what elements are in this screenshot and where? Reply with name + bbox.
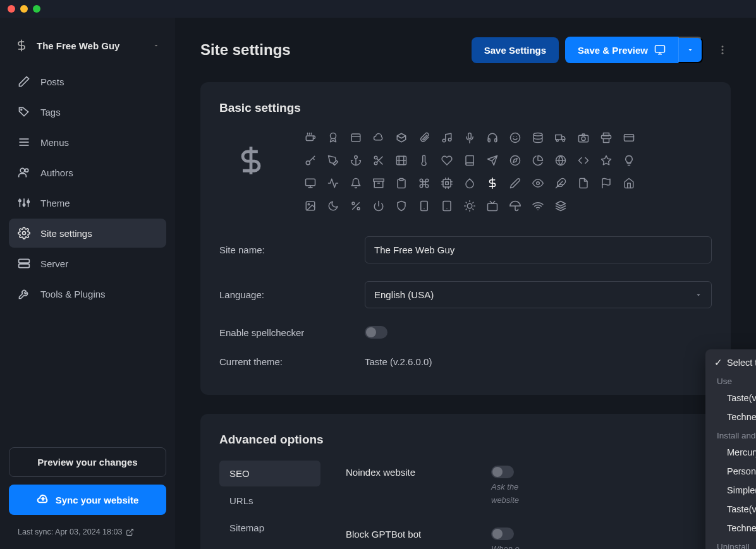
tab-sitemap[interactable]: Sitemap: [219, 515, 320, 541]
sync-website-button[interactable]: Sync your website: [9, 485, 166, 515]
monitor-icon[interactable]: [302, 174, 319, 192]
paperclip-icon[interactable]: [415, 129, 433, 147]
feather-icon[interactable]: [552, 174, 570, 192]
maximize-window-button[interactable]: [33, 5, 40, 13]
gptbot-toggle[interactable]: [491, 528, 514, 540]
nav-tools[interactable]: Tools & Plugins: [9, 279, 166, 308]
smile-icon[interactable]: [506, 129, 524, 147]
badge-icon[interactable]: [324, 129, 342, 147]
database-icon[interactable]: [529, 129, 547, 147]
theme-option-install-persona[interactable]: Persona_Free(v.1.1.0.0): [705, 462, 756, 481]
edit-icon[interactable]: [506, 174, 524, 192]
box-icon[interactable]: [393, 129, 410, 147]
eye-icon[interactable]: [529, 174, 547, 192]
wifi-icon[interactable]: [529, 197, 547, 215]
theme-option-install-technews[interactable]: Technews(v.2.5.2.0): [705, 519, 756, 538]
book-icon[interactable]: [461, 152, 479, 169]
sidebar: The Free Web Guy Posts Tags Menus Author…: [0, 18, 175, 549]
theme-option-use-taste[interactable]: Taste(v.2.6.0.0): [705, 389, 756, 407]
activity-icon[interactable]: [324, 174, 342, 192]
bulb-icon[interactable]: [620, 152, 638, 169]
compass-icon[interactable]: [506, 152, 524, 169]
image-icon[interactable]: [302, 197, 319, 215]
nav-tags[interactable]: Tags: [9, 97, 166, 126]
close-window-button[interactable]: [8, 5, 15, 13]
pie-icon[interactable]: [529, 152, 547, 169]
preview-changes-button[interactable]: Preview your changes: [9, 447, 166, 477]
clipboard-icon[interactable]: [393, 174, 410, 192]
key-icon[interactable]: [302, 152, 319, 169]
window-icon[interactable]: [347, 129, 365, 147]
sun-icon[interactable]: [461, 197, 479, 215]
nav-server[interactable]: Server: [9, 249, 166, 278]
tablet-icon[interactable]: [438, 197, 456, 215]
nav-site-settings[interactable]: Site settings: [9, 219, 166, 248]
star-icon[interactable]: [597, 152, 615, 169]
film-icon[interactable]: [393, 152, 410, 169]
theme-option-install-simple[interactable]: Simple(v.2.8.3.0): [705, 481, 756, 500]
svg-line-104: [466, 209, 466, 210]
noindex-hint: Ask the: [491, 482, 518, 492]
language-select[interactable]: English (USA): [365, 281, 712, 308]
code-icon[interactable]: [575, 152, 592, 169]
send-icon[interactable]: [484, 152, 501, 169]
thermo-icon[interactable]: [415, 152, 433, 169]
chip-icon[interactable]: [438, 174, 456, 192]
mic-icon[interactable]: [461, 129, 479, 147]
tv-icon[interactable]: [484, 197, 501, 215]
save-settings-button[interactable]: Save Settings: [472, 37, 559, 63]
site-selector[interactable]: The Free Web Guy: [0, 30, 175, 67]
archive-icon[interactable]: [370, 174, 387, 192]
nav-menus[interactable]: Menus: [9, 128, 166, 157]
dollar-icon[interactable]: [484, 174, 501, 192]
home-icon[interactable]: [620, 174, 638, 192]
save-preview-dropdown-trigger[interactable]: [678, 37, 703, 63]
minimize-window-button[interactable]: [20, 5, 28, 13]
more-options-button[interactable]: [714, 42, 731, 58]
svg-point-83: [537, 182, 540, 185]
anchor-icon[interactable]: [347, 152, 365, 169]
printer-icon[interactable]: [597, 129, 615, 147]
coffee-icon[interactable]: [302, 129, 319, 147]
external-link-icon[interactable]: [126, 528, 134, 536]
music-icon[interactable]: [438, 129, 456, 147]
svg-point-61: [511, 156, 520, 166]
nav-authors[interactable]: Authors: [9, 158, 166, 187]
scissors-icon[interactable]: [370, 152, 387, 169]
camera-icon[interactable]: [575, 129, 592, 147]
nav-posts[interactable]: Posts: [9, 67, 166, 96]
nav-label: Tags: [40, 107, 61, 118]
tab-seo[interactable]: SEO: [219, 461, 320, 486]
theme-option-install-taste[interactable]: Taste(v.2.6.0.0): [705, 500, 756, 519]
dropdown-header[interactable]: Select theme: [705, 353, 756, 372]
card-icon[interactable]: [620, 129, 638, 147]
noindex-toggle[interactable]: [491, 466, 514, 478]
tab-opengraph[interactable]: Open Graph: [219, 542, 320, 549]
pen-icon[interactable]: [324, 152, 342, 169]
cmd-icon[interactable]: [415, 174, 433, 192]
cloud-icon[interactable]: [370, 129, 387, 147]
globe-icon[interactable]: [552, 152, 570, 169]
headphones-icon[interactable]: [484, 129, 501, 147]
drop-icon[interactable]: [461, 174, 479, 192]
flag-icon[interactable]: [597, 174, 615, 192]
gear-icon: [18, 227, 30, 239]
bell-icon[interactable]: [347, 174, 365, 192]
theme-option-install-mercury[interactable]: Mercury(v.2.6.0.0): [705, 443, 756, 462]
heart-icon[interactable]: [438, 152, 456, 169]
file-icon[interactable]: [575, 174, 592, 192]
nav-theme[interactable]: Theme: [9, 188, 166, 217]
umbrella-icon[interactable]: [506, 197, 524, 215]
tab-urls[interactable]: URLs: [219, 488, 320, 514]
site-name-input[interactable]: [365, 236, 712, 263]
layers-icon[interactable]: [552, 197, 570, 215]
shield-icon[interactable]: [393, 197, 410, 215]
theme-option-use-technews[interactable]: Technews(v.2.5.2.0): [705, 407, 756, 426]
moon-icon[interactable]: [324, 197, 342, 215]
phone-icon[interactable]: [415, 197, 433, 215]
spellcheck-toggle[interactable]: [365, 326, 387, 339]
truck-icon[interactable]: [552, 129, 570, 147]
save-preview-button[interactable]: Save & Preview: [565, 37, 678, 63]
percent-icon[interactable]: [347, 197, 365, 215]
power-icon[interactable]: [370, 197, 387, 215]
